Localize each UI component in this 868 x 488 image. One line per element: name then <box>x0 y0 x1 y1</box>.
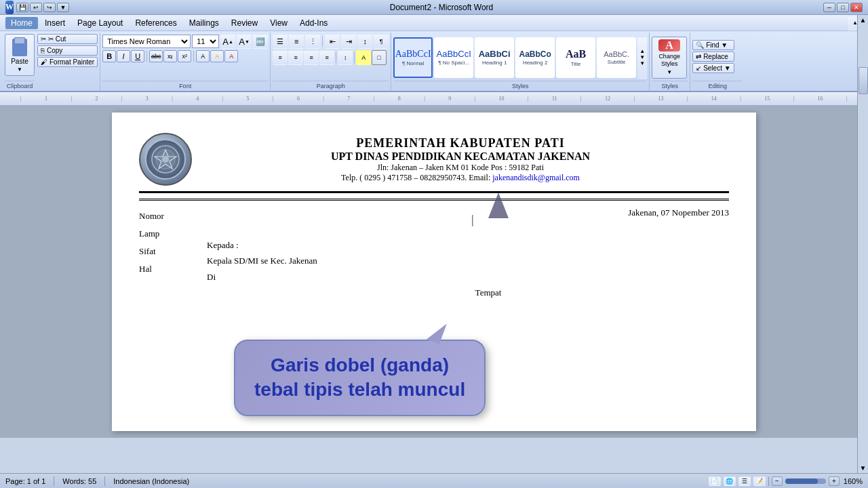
zoom-in-btn[interactable]: + <box>829 476 840 486</box>
style-nospace-text: AaBbCcI <box>436 49 471 59</box>
language-indicator: Indonesian (Indonesia) <box>113 477 189 485</box>
font-name-select[interactable]: Times New Roman <box>102 35 191 48</box>
style-heading1[interactable]: AaBbCi Heading 1 <box>475 37 514 78</box>
bullets-btn[interactable]: ☰ <box>273 34 288 49</box>
underline-btn[interactable]: U <box>131 50 144 62</box>
view-outline-btn[interactable]: ☰ <box>738 476 751 486</box>
increase-indent-btn[interactable]: ⇥ <box>341 34 356 49</box>
zoom-out-btn[interactable]: − <box>772 476 783 486</box>
style-subtitle[interactable]: AaBbC. Subtitle <box>597 37 636 78</box>
menu-references[interactable]: References <box>130 17 182 29</box>
highlight-btn[interactable]: A <box>210 50 224 62</box>
letterhead: PEMERINTAH KABUPATEN PATI UPT DINAS PEND… <box>139 133 729 193</box>
change-styles-arrow: ▼ <box>667 69 672 75</box>
align-left-btn[interactable]: ≡ <box>273 50 288 65</box>
document-area: PEMERINTAH KABUPATEN PATI UPT DINAS PEND… <box>0 106 868 438</box>
change-styles-icon: A <box>658 39 680 52</box>
tooltip-text: Garis dobel (ganda) tebal tipis telah mu… <box>254 353 465 403</box>
strikethrough-btn[interactable]: abc <box>149 50 163 62</box>
find-button[interactable]: 🔍 Find ▼ <box>692 40 734 50</box>
view-print-btn[interactable]: 📄 <box>709 476 721 486</box>
borders-btn[interactable]: □ <box>372 50 387 65</box>
font-label: Font <box>102 81 268 89</box>
numbering-btn[interactable]: ≡ <box>289 34 304 49</box>
scroll-up-btn[interactable]: ▲ <box>858 15 868 25</box>
replace-button[interactable]: ⇄ Replace <box>692 52 734 62</box>
page-info: Page: 1 of 1 <box>5 477 45 485</box>
menu-view[interactable]: View <box>264 17 293 29</box>
subscript-btn[interactable]: x₂ <box>163 50 177 62</box>
align-right-btn[interactable]: ≡ <box>304 50 319 65</box>
menu-review[interactable]: Review <box>226 17 263 29</box>
change-styles-group: A ChangeStyles ▼ Styles <box>650 33 690 91</box>
zoom-bar[interactable] <box>785 479 826 484</box>
scrollbar-right[interactable]: ▲ ▼ <box>857 15 868 473</box>
tooltip-arrow <box>471 192 512 220</box>
menu-addins[interactable]: Add-Ins <box>294 17 333 29</box>
text-effects-btn[interactable]: A <box>196 50 210 62</box>
replace-icon: ⇄ <box>696 53 701 60</box>
menu-mailings[interactable]: Mailings <box>184 17 224 29</box>
maximize-btn[interactable]: □ <box>837 3 849 12</box>
minimize-btn[interactable]: ─ <box>823 3 835 12</box>
format-painter-button[interactable]: 🖌 Format Painter <box>37 57 98 67</box>
superscript-btn[interactable]: x² <box>178 50 191 62</box>
redo-btn[interactable]: ↪ <box>43 3 56 12</box>
scroll-down-btn[interactable]: ▼ <box>858 464 868 472</box>
letter-date: Jakenan, 07 Nopember 2013 <box>207 207 729 218</box>
menu-page-layout[interactable]: Page Layout <box>72 17 128 29</box>
editing-label: Editing <box>692 81 743 89</box>
increase-font-btn[interactable]: A▲ <box>220 34 235 49</box>
style-heading2[interactable]: AaBbCo Heading 2 <box>515 37 555 78</box>
zoom-level: 160% <box>844 477 863 485</box>
styles-group-label: Styles <box>652 81 688 89</box>
align-center-btn[interactable]: ≡ <box>288 50 303 65</box>
org-contact: Telp. ( 0295 ) 471758 – 08282950743. Ema… <box>192 173 729 183</box>
italic-btn[interactable]: I <box>117 50 130 62</box>
decrease-font-btn[interactable]: A▼ <box>237 34 252 49</box>
view-draft-btn[interactable]: 📝 <box>753 476 766 486</box>
tooltip-bubble: Garis dobel (ganda) tebal tipis telah mu… <box>234 340 486 416</box>
decrease-indent-btn[interactable]: ⇤ <box>325 34 340 49</box>
letter-fields: Nomor Lamp Sifat Hal <box>139 207 207 301</box>
cut-button[interactable]: ✂ ✂ Cut <box>37 34 98 44</box>
close-btn[interactable]: ✕ <box>850 3 863 12</box>
paste-button[interactable]: Paste ▼ <box>5 34 35 76</box>
undo-btn[interactable]: ↩ <box>30 3 42 12</box>
style-no-spacing[interactable]: AaBbCcI ¶ No Spaci... <box>434 37 473 78</box>
paragraph-group: ☰ ≡ ⋮ ⇤ ⇥ ↕ ¶ ≡ ≡ ≡ ≡ ↕ A □ Paragraph <box>271 33 391 91</box>
sort-btn[interactable]: ↕ <box>357 34 372 49</box>
document-page[interactable]: PEMERINTAH KABUPATEN PATI UPT DINAS PEND… <box>112 113 756 431</box>
copy-button[interactable]: ⎘ Copy <box>37 45 98 56</box>
font-color-btn[interactable]: A <box>224 50 238 62</box>
justify-btn[interactable]: ≡ <box>319 50 334 65</box>
paste-icon <box>10 37 29 56</box>
line-spacing-btn[interactable]: ↕ <box>338 50 353 65</box>
shading-btn[interactable]: A <box>356 50 371 65</box>
view-web-btn[interactable]: 🌐 <box>724 476 736 486</box>
change-styles-button[interactable]: A ChangeStyles ▼ <box>652 37 687 79</box>
styles-label: Styles <box>393 81 647 89</box>
cut-icon: ✂ <box>41 35 46 43</box>
style-title[interactable]: AaB Title <box>556 37 595 78</box>
change-styles-label: ChangeStyles <box>658 53 680 68</box>
select-button[interactable]: ↙ Select ▼ <box>692 63 734 73</box>
clear-format-btn[interactable]: 🔤 <box>253 34 268 49</box>
font-size-select[interactable]: 11 <box>192 35 219 48</box>
style-normal[interactable]: AaBbCcI ¶ Normal <box>393 37 433 78</box>
menu-insert[interactable]: Insert <box>39 17 71 29</box>
ruler-marks: |1|2|3|4|5|6|7|8|9|10|11|12|13|14|15|16| <box>14 96 854 102</box>
app-icon: W <box>5 1 14 14</box>
menu-home[interactable]: Home <box>5 17 38 29</box>
kepada-name: Kepala SD/MI se Kec. Jakenan <box>207 253 729 268</box>
letter-body: Nomor Lamp Sifat Hal Jakenan, 07 Nopembe… <box>139 207 729 301</box>
scrollbar-thumb[interactable] <box>859 67 868 94</box>
multilevel-list-btn[interactable]: ⋮ <box>305 34 320 49</box>
kepada-label: Kepada : <box>207 237 729 253</box>
show-formatting-btn[interactable]: ¶ <box>374 34 389 49</box>
quick-save-btn[interactable]: 💾 <box>16 3 28 12</box>
window-title: Document2 - Microsoft Word <box>60 3 823 12</box>
bold-btn[interactable]: B <box>102 50 116 62</box>
hal-field: Hal <box>139 260 207 278</box>
styles-scroll-btn[interactable]: ▲▼▼ <box>637 37 647 79</box>
